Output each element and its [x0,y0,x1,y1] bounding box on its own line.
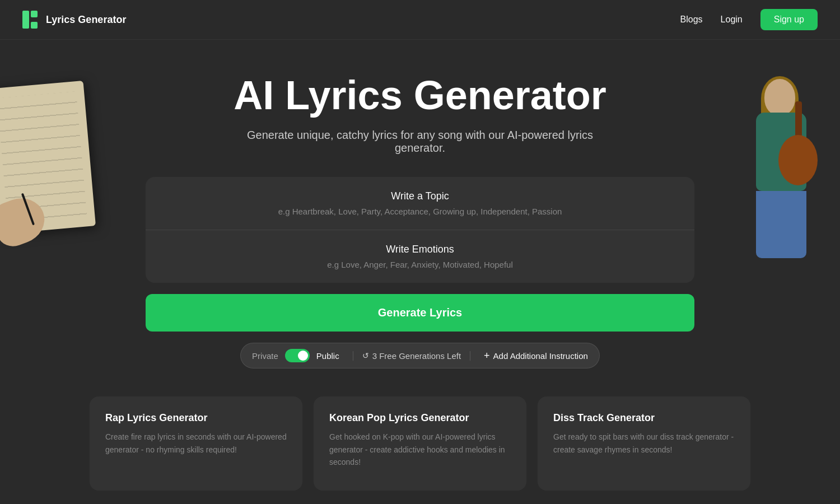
card-kpop-desc: Get hooked on K-pop with our AI-powered … [329,431,511,468]
logo-text: Lyrics Generator [46,14,126,26]
emotions-field[interactable]: Write Emotions e.g Love, Anger, Fear, An… [146,230,694,283]
login-link[interactable]: Login [721,15,743,25]
card-rap-title: Rap Lyrics Generator [105,412,287,424]
topic-placeholder: e.g Heartbreak, Love, Party, Acceptance,… [164,207,676,216]
blogs-link[interactable]: Blogs [680,15,703,25]
card-rap[interactable]: Rap Lyrics Generator Create fire rap lyr… [90,396,302,491]
right-decoration [694,68,840,269]
guitar-body [778,135,818,185]
logo[interactable]: Lyrics Generator [22,11,126,29]
hero-section: AI Lyrics Generator Generate unique, cat… [0,40,840,491]
guitar-person-image [694,68,823,258]
person-legs [756,191,806,258]
lyrics-form: Write a Topic e.g Heartbreak, Love, Part… [146,177,694,283]
toggle-thumb [298,351,308,361]
emotions-placeholder: e.g Love, Anger, Fear, Anxiety, Motivate… [164,260,676,269]
generate-lyrics-button[interactable]: Generate Lyrics [146,294,694,332]
nav-links: Blogs Login Sign up [680,9,818,30]
controls-row: Private Public ↺ 3 Free Generations Left… [240,343,600,368]
left-decoration [0,85,104,258]
card-diss-title: Diss Track Generator [553,412,735,424]
person-head [764,79,795,115]
logo-icon [22,11,40,29]
add-instruction-label: Add Additional Instruction [493,351,588,361]
card-rap-desc: Create fire rap lyrics in seconds with o… [105,431,287,456]
public-label: Public [316,351,339,361]
topic-field[interactable]: Write a Topic e.g Heartbreak, Love, Part… [146,177,694,230]
add-instruction-button[interactable]: + Add Additional Instruction [475,350,588,362]
toggle-track [285,349,310,362]
generations-left: ↺ 3 Free Generations Left [353,351,470,361]
cards-section: Rap Lyrics Generator Create fire rap lyr… [0,396,840,491]
card-diss[interactable]: Diss Track Generator Get ready to spit b… [538,396,750,491]
card-kpop-title: Korean Pop Lyrics Generator [329,412,511,424]
generations-left-text: 3 Free Generations Left [372,351,461,361]
emotions-label: Write Emotions [164,244,676,255]
topic-label: Write a Topic [164,190,676,202]
card-kpop[interactable]: Korean Pop Lyrics Generator Get hooked o… [314,396,526,491]
privacy-toggle[interactable] [285,349,310,362]
signup-button[interactable]: Sign up [760,9,818,30]
private-label: Private [252,351,278,361]
notebook-image [0,81,96,234]
hero-title: AI Lyrics Generator [234,73,606,118]
hero-subtitle: Generate unique, catchy lyrics for any s… [230,129,610,155]
card-diss-desc: Get ready to spit bars with our diss tra… [553,431,735,456]
refresh-icon: ↺ [362,351,369,360]
navbar: Lyrics Generator Blogs Login Sign up [0,0,840,40]
plus-icon: + [484,350,490,362]
